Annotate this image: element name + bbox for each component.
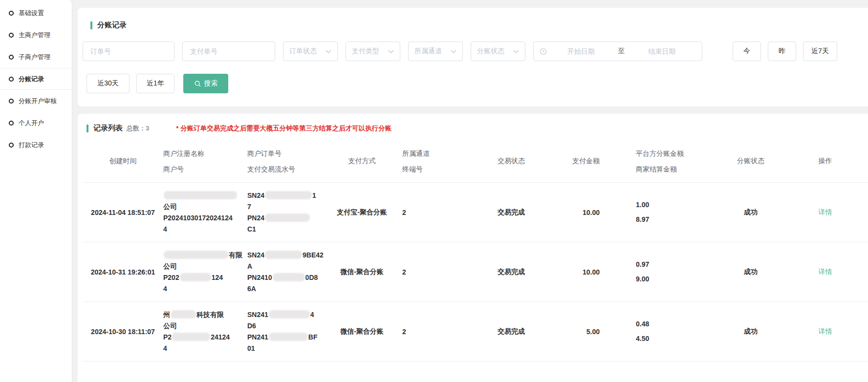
cell-merchant: 州科技有限 公司 P224124 4 [163, 309, 247, 354]
sidebar-item-label: 子商户管理 [19, 53, 50, 62]
filter-row-2: 近30天 近1年 搜索 [83, 74, 868, 93]
sidebar-item-label: 个人开户 [19, 119, 44, 127]
sidebar-item-split-account-review[interactable]: 分账开户审核 [0, 90, 72, 112]
platform-amount: 0.48 [636, 318, 712, 330]
col-merchant: 商户注册名称 商户号 [163, 146, 247, 177]
merchant-no-line2: 4 [163, 224, 247, 235]
col-platform-split: 平台方分账金额 [636, 146, 712, 161]
col-channel: 所属通道 终端号 [392, 146, 479, 177]
cell-split-status: 成功 [712, 327, 790, 336]
merchant-no-fragment: P202 [163, 274, 179, 281]
pay-flow-fragment: 0D8 [305, 274, 318, 281]
cell-terminal: 2 [392, 268, 479, 276]
total-value: 3 [146, 125, 149, 132]
detail-link[interactable]: 详情 [819, 208, 832, 216]
select-label: 支付类型 [352, 47, 379, 56]
yesterday-button[interactable]: 昨 [768, 42, 796, 61]
clock-icon [540, 48, 547, 55]
detail-link[interactable]: 详情 [819, 327, 832, 335]
redacted-merchant-name [171, 310, 196, 318]
order-no-fragment: 1 [312, 191, 316, 199]
platform-amount: 1.00 [636, 199, 712, 211]
col-action: 操作 [790, 157, 861, 166]
pay-flow-fragment: BF [308, 333, 318, 341]
redacted-order-no [265, 191, 312, 199]
col-split-amounts: 平台方分账金额 商家结算金额 [607, 146, 712, 177]
title-accent-bar [87, 125, 88, 132]
redacted-pay-flow [265, 213, 310, 222]
redacted-merchant-name [164, 251, 228, 259]
cell-split-amounts: 0.48 4.50 [607, 318, 712, 344]
last7days-button[interactable]: 近7天 [803, 42, 837, 61]
last30days-button[interactable]: 近30天 [87, 74, 130, 93]
col-merchant-no: 商户号 [163, 161, 247, 177]
today-button[interactable]: 今 [733, 42, 761, 61]
chevron-down-icon [513, 50, 519, 53]
split-status-select[interactable]: 分账状态 [471, 42, 525, 61]
redacted-merchant-name [164, 191, 237, 199]
col-merchant-name: 商户注册名称 [163, 146, 247, 161]
order-no-input[interactable] [83, 42, 174, 61]
col-pay-amount: 支付金额 [543, 157, 607, 166]
order-no-fragment: 4 [310, 311, 314, 318]
col-split-status: 分账状态 [712, 157, 790, 166]
pay-flow-fragment: PN24 [247, 214, 264, 222]
cell-order: SN2414 D6 PN241BF 01 [247, 309, 331, 354]
cell-split-status: 成功 [712, 208, 790, 217]
date-range-picker[interactable]: 至 [533, 42, 702, 61]
cell-split-amounts: 1.00 8.97 [607, 199, 712, 225]
cell-merchant: 公司 P20241030172024124 4 [163, 190, 247, 235]
cell-pay-amount: 5.00 [543, 328, 607, 336]
filter-row: 订单状态 支付类型 所属通道 分账状态 [83, 42, 868, 61]
order-no-line2: D6 [247, 320, 331, 332]
circle-icon [9, 11, 14, 16]
merchant-name-line2: 公司 [163, 201, 247, 212]
chevron-down-icon [388, 50, 394, 53]
last1year-button[interactable]: 近1年 [136, 74, 174, 93]
select-label: 所属通道 [414, 47, 442, 56]
cell-created: 2024-11-04 18:51:07 [83, 209, 163, 216]
sidebar-item-personal-account[interactable]: 个人开户 [0, 112, 72, 134]
pay-type-select[interactable]: 支付类型 [346, 42, 400, 61]
order-status-select[interactable]: 订单状态 [283, 42, 338, 61]
search-button[interactable]: 搜索 [183, 74, 228, 93]
search-button-label: 搜索 [204, 79, 218, 88]
circle-icon [9, 77, 14, 82]
table-header: 创建时间 商户注册名称 商户号 商户订单号 支付交易流水号 支付方式 所属通道 … [83, 140, 868, 183]
table-row: 2024-10-31 19:26:01 有限 公司 P202124 4 SN24… [83, 242, 868, 302]
order-no-line2: 7 [247, 201, 331, 212]
sidebar-item-label: 基础设置 [19, 9, 44, 18]
sidebar-item-sub-merchant[interactable]: 子商户管理 [0, 46, 72, 68]
order-no-line2: A [247, 261, 331, 272]
detail-link[interactable]: 详情 [819, 268, 832, 276]
cell-terminal: 2 [392, 209, 479, 216]
merchant-no-fragment: P20241030172024124 [163, 214, 233, 222]
sidebar-item-label: 分账记录 [19, 75, 44, 84]
date-separator: 至 [615, 47, 628, 56]
circle-icon [9, 143, 14, 148]
sidebar: 基础设置 主商户管理 子商户管理 分账记录 分账开户审核 个人开户 打款记录 [0, 0, 72, 382]
settlement-note: * 分账订单交易完成之后需要大概五分钟等第三方结算之后才可以执行分账 [176, 124, 391, 133]
page-title-text: 分账记录 [97, 21, 127, 30]
col-created: 创建时间 [83, 157, 163, 166]
merchant-no-fragment: 124 [212, 274, 223, 281]
redacted-merchant-no [172, 333, 210, 341]
sidebar-item-label: 打款记录 [19, 141, 44, 149]
sidebar-item-main-merchant[interactable]: 主商户管理 [0, 24, 72, 46]
merchant-no-fragment: P2 [163, 333, 172, 341]
sidebar-item-basic-settings[interactable]: 基础设置 [0, 2, 72, 24]
sidebar-item-split-records[interactable]: 分账记录 [0, 68, 72, 90]
redacted-order-no [269, 310, 310, 318]
merchant-name-line2: 公司 [163, 261, 247, 272]
cell-pay-amount: 10.00 [543, 209, 607, 216]
col-pay-flow-no: 支付交易流水号 [247, 161, 331, 177]
merchant-amount: 4.50 [636, 333, 712, 344]
table-row: 2024-11-04 18:51:07 公司 P2024103017202412… [83, 183, 868, 242]
channel-select[interactable]: 所属通道 [408, 42, 463, 61]
pay-no-input[interactable] [182, 42, 275, 61]
total-label: 总数： [127, 125, 146, 132]
start-date-input[interactable] [547, 47, 615, 55]
sidebar-item-payout-records[interactable]: 打款记录 [0, 134, 72, 156]
end-date-input[interactable] [628, 47, 696, 55]
order-no-fragment: 9BE42 [303, 251, 324, 259]
